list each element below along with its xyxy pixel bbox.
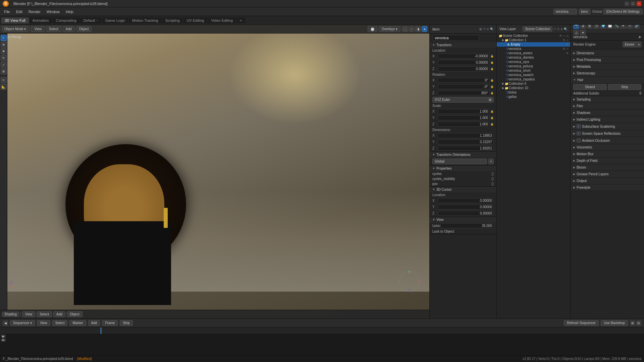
tab-animation[interactable]: Animation: [29, 17, 52, 23]
rotation-mode-selector[interactable]: XYZ Euler ⊞: [432, 97, 494, 103]
cursor-y-input[interactable]: [438, 204, 494, 209]
rotation-x-input[interactable]: [438, 78, 490, 83]
tool-scale[interactable]: ⤢: [1, 62, 7, 68]
modifier-prop-icon[interactable]: 🔧: [613, 25, 620, 29]
ao-checkbox[interactable]: [577, 138, 581, 142]
strip-btn[interactable]: Strip: [608, 84, 642, 90]
freestyle-header[interactable]: ▶ Freestyle: [571, 184, 644, 191]
rotation-y-input[interactable]: [438, 84, 490, 89]
grease-pencil-header[interactable]: ▶ Grease Pencil Layers: [571, 171, 644, 177]
timeline-area[interactable]: 0:05 -0:04 -0:03 -0:02 -0:01 0+00 0:01 0…: [0, 327, 644, 355]
render-engine-selector[interactable]: Eevee ▾: [623, 42, 641, 47]
bloom-header[interactable]: ▶ Bloom: [571, 164, 644, 171]
properties-section-header[interactable]: ▼ Properties: [430, 166, 496, 171]
location-y-lock[interactable]: 🔒: [490, 61, 494, 64]
outliner-veronica-short[interactable]: ▽ veronica_short: [497, 68, 570, 73]
view-layer-icon[interactable]: ⊞: [479, 27, 482, 31]
location-x-input[interactable]: [438, 54, 490, 59]
scale-y-lock[interactable]: 🔒: [490, 116, 494, 119]
solid-btn[interactable]: ○: [409, 26, 414, 32]
scene-selector[interactable]: veronica: [553, 9, 577, 14]
tool-annotate[interactable]: ✏: [1, 77, 7, 83]
world-prop-icon[interactable]: 🌍: [600, 25, 606, 29]
footer-view-btn[interactable]: View: [22, 311, 36, 317]
seq-strip-btn[interactable]: Strip: [120, 320, 133, 326]
shadows-header[interactable]: ▶ Shadows: [571, 110, 644, 116]
viewport-3d[interactable]: Object Mode ▾ View Select Add Object ⬤ O…: [0, 25, 429, 318]
outliner-view-icon[interactable]: ≡: [561, 27, 562, 31]
footer-add-btn[interactable]: Add: [53, 311, 65, 317]
refresh-sequencer-btn[interactable]: Refresh Sequencer: [564, 320, 599, 326]
ssr-header[interactable]: ▶ ✓ Screen Space Reflections: [571, 130, 644, 137]
sss-header[interactable]: ▶ ✓ Subsurface Scattering: [571, 123, 644, 130]
tab-game-logic[interactable]: Game Logic: [102, 17, 128, 23]
outliner-scene-btn[interactable]: Scene Collection: [523, 26, 552, 32]
outliner-empty[interactable]: ⊕ Empty 👁: [497, 42, 570, 47]
location-y-input[interactable]: [438, 60, 490, 65]
object-prop-icon[interactable]: ⬜: [607, 25, 613, 29]
menu-edit[interactable]: Edit: [13, 9, 25, 14]
output-header[interactable]: ▶ Output: [571, 178, 644, 184]
view-section-header[interactable]: ▼ View: [430, 217, 496, 223]
tool-cursor[interactable]: ⊕: [1, 42, 7, 48]
search-icon[interactable]: 🔍: [490, 27, 494, 31]
tab-video-editing[interactable]: Video Editing: [208, 17, 236, 23]
maximize-button[interactable]: □: [631, 1, 635, 6]
material-btn[interactable]: ◑: [415, 26, 421, 32]
orientation-selector[interactable]: Global: [432, 159, 487, 164]
view-layer-prop-icon[interactable]: ⊞: [587, 25, 593, 29]
seq-icon1[interactable]: ⊞: [630, 320, 635, 326]
rotation-y-lock[interactable]: 🔒: [490, 85, 494, 88]
location-z-input[interactable]: [438, 66, 490, 71]
view-type-icon[interactable]: ≡: [487, 27, 489, 31]
viewport-view-btn[interactable]: View: [31, 26, 45, 32]
scale-x-lock[interactable]: 🔒: [490, 110, 494, 113]
scene-prop-icon[interactable]: 🎬: [593, 25, 599, 29]
metadata-header[interactable]: ▶ Metadata: [571, 63, 644, 70]
cursor-x-input[interactable]: [438, 198, 494, 203]
seq-icon2[interactable]: ⊟: [636, 320, 641, 326]
outliner-collection1[interactable]: ▶ 📁 Collection 1 👁 ✓: [497, 38, 570, 42]
particle-prop-icon[interactable]: ✦: [620, 25, 626, 29]
seq-frame-btn[interactable]: Frame: [102, 320, 118, 326]
menu-window[interactable]: Window: [44, 9, 62, 14]
outliner-gafas[interactable]: ▽ gafas: [497, 95, 570, 99]
outliner-collection10[interactable]: ▶ 📁 Collection 10: [497, 86, 570, 90]
use-backdrop-btn[interactable]: Use Backdrop: [601, 320, 628, 326]
tool-rotate[interactable]: ↻: [1, 55, 7, 61]
tool-transform[interactable]: ⊞: [1, 68, 7, 74]
timeline-icon2[interactable]: ⊞: [1, 339, 6, 342]
transform-section-header[interactable]: ▼ Transform: [430, 42, 496, 48]
location-z-lock[interactable]: 🔒: [490, 67, 494, 70]
seq-left-icon[interactable]: ◀: [3, 320, 8, 326]
footer-select-btn[interactable]: Select: [37, 311, 52, 317]
tool-measure[interactable]: 📐: [1, 84, 7, 90]
seq-marker-btn[interactable]: Marker: [69, 320, 86, 326]
dimensions-header[interactable]: ▶ Dimensions: [571, 50, 644, 56]
indirect-lighting-header[interactable]: ▶ Indirect Lighting: [571, 116, 644, 123]
dim-x-input[interactable]: [438, 133, 494, 138]
outliner-filter-icon[interactable]: ▽: [557, 27, 559, 31]
tab-scripting[interactable]: Scripting: [162, 17, 183, 23]
wireframe-btn[interactable]: ⬚: [402, 26, 408, 32]
dof-header[interactable]: ▶ Depth of Field: [571, 158, 644, 164]
film-header[interactable]: ▶ Film: [571, 103, 644, 109]
rendered-btn[interactable]: ●: [422, 26, 427, 32]
strand-btn[interactable]: Strand: [573, 84, 607, 90]
ao-header[interactable]: ▶ Ambient Occlusion: [571, 137, 644, 144]
window-controls[interactable]: ─ □ ×: [625, 1, 641, 6]
tab-uv-editing[interactable]: UV Editing: [183, 17, 208, 23]
ssr-checkbox[interactable]: ✓: [577, 131, 581, 135]
sss-checkbox[interactable]: ✓: [577, 124, 581, 128]
dim-y-input[interactable]: [438, 139, 494, 144]
lens-input[interactable]: [440, 223, 494, 228]
minimize-button[interactable]: ─: [625, 1, 629, 6]
dim-z-input[interactable]: [438, 146, 494, 151]
tab-default-close[interactable]: ×: [96, 19, 98, 22]
outliner-collection6[interactable]: ▶ 📁 Collection 6: [497, 81, 570, 86]
post-processing-header[interactable]: ▶ Post Processing: [571, 57, 644, 63]
outliner-veronica-peluca[interactable]: ▽ veronica_peluca: [497, 64, 570, 68]
sampling-header[interactable]: ▶ Sampling: [571, 96, 644, 103]
mode-selector[interactable]: Object Mode ▾: [2, 26, 28, 32]
menu-render[interactable]: Render: [26, 9, 43, 14]
